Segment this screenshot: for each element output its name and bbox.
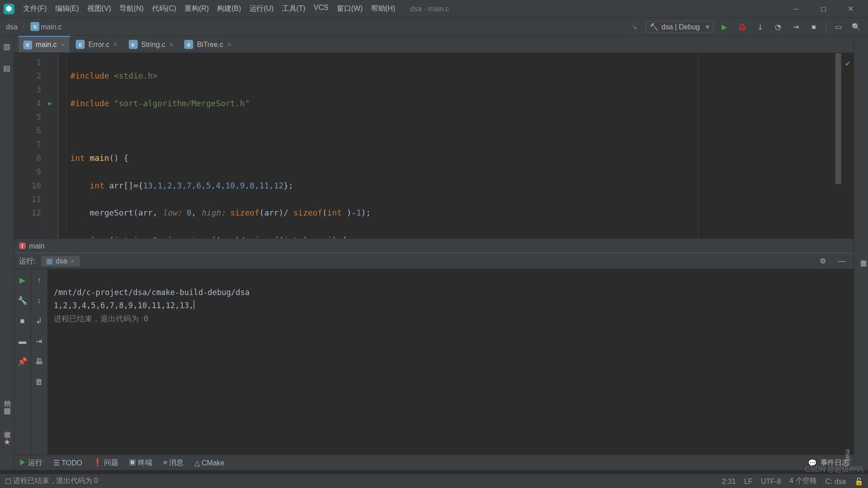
clear-icon[interactable]: 🗑 — [32, 374, 47, 389]
tool-problems[interactable]: ❗ 问题 — [93, 458, 118, 468]
c-file-icon: c — [184, 40, 193, 49]
settings-icon[interactable]: ⚙ — [816, 254, 830, 268]
wrench-icon[interactable]: 🔧 — [15, 293, 30, 308]
close-icon[interactable]: ✕ — [227, 41, 232, 48]
c-file-icon: c — [128, 40, 137, 49]
tool-terminal[interactable]: ▣ 终端 — [129, 458, 152, 468]
console-exit-msg: 进程已结束，退出代码为 0 — [54, 314, 148, 323]
pin-icon[interactable]: 📌 — [15, 354, 30, 368]
breadcrumb-symbol[interactable]: main — [29, 242, 44, 250]
console-result: 1,2,3,4,5,6,7,8,9,10,11,12,13, — [54, 301, 194, 310]
minimize-button[interactable]: ─ — [782, 0, 810, 18]
run-panel-body: ▶ 🔧 ■ ▬ 📌 ↑ ↓ ↲ ⇥ 🖶 🗑 /mnt/d/c-project/d… — [14, 269, 854, 455]
status-encoding[interactable]: UTF-8 — [761, 477, 781, 485]
layout-icon[interactable]: ▬ — [15, 333, 30, 348]
bottom-tool-row: ▶ 运行 ☰ TODO ❗ 问题 ▣ 终端 ≡ 消息 △ CMake 💬 事件日… — [14, 455, 854, 470]
stop-button[interactable]: ■ — [807, 19, 821, 34]
main-menu: 文件(F) 编辑(E) 视图(V) 导航(N) 代码(C) 重构(R) 构建(B… — [19, 4, 399, 14]
run-tab-label: dsa — [56, 257, 67, 265]
menu-help[interactable]: 帮助(H) — [367, 4, 399, 14]
c-file-icon: c — [76, 40, 85, 49]
lock-icon[interactable]: 🔓 — [854, 477, 863, 485]
tab-label: main.c — [36, 41, 57, 49]
code-text[interactable]: #include <stdio.h> #include "sort-algori… — [67, 53, 835, 238]
tool-run[interactable]: ▶ 运行 — [19, 458, 42, 468]
function-badge-icon: f — [19, 243, 25, 249]
profile-button[interactable]: ◔ — [771, 19, 785, 34]
soft-wrap-icon[interactable]: ↲ — [32, 314, 47, 328]
close-icon[interactable]: ✕ — [61, 42, 66, 48]
scroll-thumb[interactable] — [835, 53, 841, 184]
menu-view[interactable]: 视图(V) — [83, 4, 115, 14]
sidebar-btn1[interactable]: ▦ — [0, 404, 14, 418]
editor-scrollbar[interactable] — [835, 53, 842, 238]
run-line-icon[interactable]: ▶ — [48, 97, 52, 110]
crumb-file[interactable]: main.c — [40, 22, 63, 30]
search-everywhere-button[interactable]: 🔍 — [849, 19, 863, 34]
menu-run[interactable]: 运行(U) — [245, 4, 278, 14]
scroll-end-icon[interactable]: ⇥ — [32, 333, 47, 348]
close-icon[interactable]: ✕ — [70, 258, 75, 264]
crumb-root[interactable]: dsa — [5, 22, 19, 30]
status-icon: ☐ — [5, 477, 12, 485]
tool-messages[interactable]: ≡ 消息 — [163, 458, 184, 468]
menu-edit[interactable]: 编辑(E) — [51, 4, 83, 14]
line-numbers: 123456789101112 — [14, 53, 47, 238]
close-button[interactable]: ✕ — [837, 0, 864, 18]
menu-build[interactable]: 构建(B) — [213, 4, 245, 14]
menu-nav[interactable]: 导航(N) — [115, 4, 148, 14]
layout-button[interactable]: ▭ — [831, 19, 845, 34]
close-icon[interactable]: ✕ — [169, 41, 174, 48]
menu-vcs[interactable]: VCS — [310, 4, 333, 14]
editor-tabs: cmain.c✕ cError.c✕ cString.c✕ cBiTree.c✕ — [14, 36, 854, 53]
rerun-icon[interactable]: ▶ — [15, 273, 30, 287]
tab-main-c[interactable]: cmain.c✕ — [18, 36, 71, 52]
gutter-icons: ▶ — [47, 53, 58, 238]
menu-refactor[interactable]: 重构(R) — [180, 4, 213, 14]
build-icon[interactable]: ↘ — [627, 19, 642, 34]
menu-tools[interactable]: 工具(T) — [278, 4, 310, 14]
structure-tool-icon[interactable]: ▤ — [0, 61, 14, 75]
tool-cmake[interactable]: △ CMake — [194, 459, 224, 467]
tab-label: String.c — [141, 40, 165, 48]
tab-bitree-c[interactable]: cBiTree.c✕ — [179, 36, 237, 52]
inspection-strip: ✔ — [842, 53, 854, 238]
console-output[interactable]: /mnt/d/c-project/dsa/cmake-build-debug/d… — [47, 269, 854, 455]
console-path: /mnt/d/c-project/dsa/cmake-build-debug/d… — [54, 288, 250, 297]
up-icon[interactable]: ↑ — [32, 273, 47, 287]
debug-button[interactable]: 🐞 — [735, 19, 750, 34]
menu-window[interactable]: 窗口(W) — [333, 4, 367, 14]
run-button[interactable]: ▶ — [717, 19, 731, 34]
hammer-icon: 🔨 — [650, 22, 659, 30]
tab-label: Error.c — [89, 40, 110, 48]
menu-code[interactable]: 代码(C) — [148, 4, 180, 14]
stop-icon[interactable]: ■ — [15, 314, 30, 328]
run-panel-title: 运行: — [19, 256, 35, 266]
status-indent[interactable]: 4 个空格 — [789, 476, 817, 486]
coverage-button[interactable]: ⤓ — [753, 19, 767, 34]
maximize-button[interactable]: ◻ — [810, 0, 837, 18]
status-context[interactable]: C: dsa — [825, 477, 846, 485]
tab-label: BiTree.c — [197, 40, 223, 48]
attach-button[interactable]: ⇥ — [789, 19, 803, 34]
tab-string-c[interactable]: cString.c✕ — [123, 36, 179, 52]
hide-icon[interactable]: — — [835, 254, 849, 268]
tool-todo[interactable]: ☰ TODO — [53, 459, 82, 467]
sidebar-star-icon[interactable]: ★ — [0, 434, 14, 449]
run-config-label: dsa | Debug — [661, 22, 700, 30]
status-caret-pos[interactable]: 2:31 — [722, 477, 736, 485]
project-tool-icon[interactable]: ▥ — [0, 39, 14, 54]
app-icon: ⬢ — [4, 3, 14, 14]
run-toolbar-2: ↑ ↓ ↲ ⇥ 🖶 🗑 — [31, 269, 48, 455]
close-icon[interactable]: ✕ — [113, 41, 118, 48]
menu-file[interactable]: 文件(F) — [19, 4, 51, 14]
print-icon[interactable]: 🖶 — [32, 354, 47, 368]
right-tab-make[interactable]: make — [845, 449, 852, 465]
status-line-sep[interactable]: LF — [744, 477, 752, 485]
crumb-sep-icon: 〉 — [19, 21, 30, 31]
code-editor[interactable]: 123456789101112 ▶ #include <stdio.h> #in… — [14, 53, 854, 238]
tab-error-c[interactable]: cError.c✕ — [71, 36, 123, 52]
run-config-select[interactable]: 🔨 dsa | Debug — [645, 20, 713, 32]
run-tab-dsa[interactable]: ▦ dsa ✕ — [41, 256, 80, 267]
down-icon[interactable]: ↓ — [32, 293, 47, 308]
